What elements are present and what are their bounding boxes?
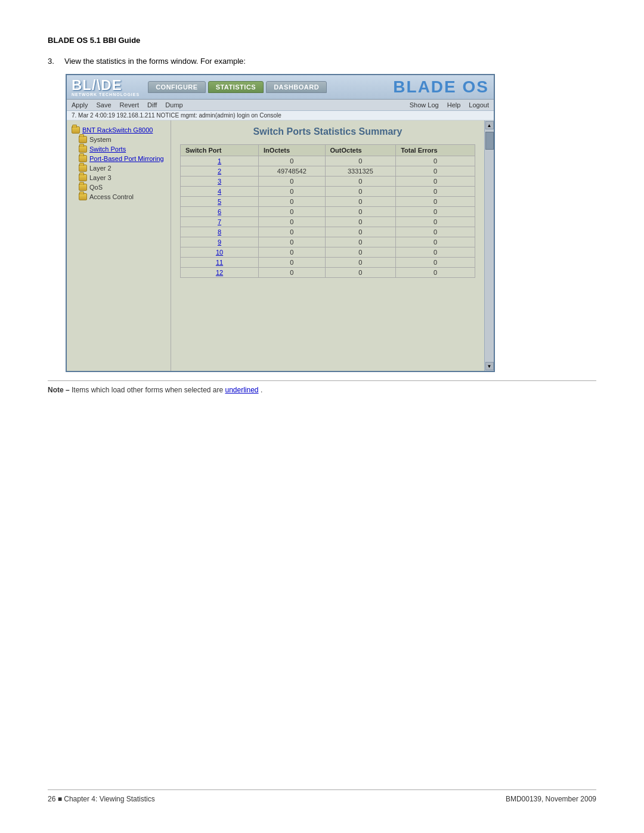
table-cell-port: 3: [181, 176, 259, 187]
status-bar: 7. Mar 2 4:00:19 192.168.1.211 NOTICE mg…: [67, 111, 494, 120]
table-cell-out: 0: [325, 258, 396, 268]
save-button[interactable]: Save: [97, 101, 112, 109]
show-log-button[interactable]: Show Log: [410, 101, 439, 109]
col-header-in: InOctets: [259, 145, 326, 156]
dump-button[interactable]: Dump: [165, 101, 182, 109]
port-link[interactable]: 10: [216, 249, 223, 256]
sidebar-item-port-mirroring[interactable]: Port-Based Port Mirroring: [67, 154, 171, 163]
folder-icon-port-mirroring: [79, 155, 87, 162]
sidebar-qos-label: QoS: [89, 184, 103, 191]
table-cell-errors: 0: [396, 207, 475, 217]
table-cell-errors: 0: [396, 166, 475, 176]
table-cell-out: 0: [325, 227, 396, 237]
sidebar-switch-ports-link[interactable]: Switch Ports: [89, 145, 126, 153]
page-header: BLADE OS 5.1 BBI Guide: [48, 36, 596, 45]
table-cell-errors: 0: [396, 176, 475, 187]
sidebar-item-layer2[interactable]: Layer 2: [67, 163, 171, 173]
table-row: 6000: [181, 207, 475, 217]
browser-window: BL/\DE NETWORK TECHNOLOGIES CONFIGURE ST…: [66, 74, 495, 372]
scrollbar-down-button[interactable]: ▼: [485, 362, 494, 370]
tab-dashboard[interactable]: DASHBOARD: [266, 81, 327, 93]
sidebar-item-qos[interactable]: QoS: [67, 182, 171, 192]
browser-main: BNT RackSwitch G8000 System Switch Ports…: [67, 120, 494, 371]
table-row: 9000: [181, 237, 475, 247]
blade-logo-text: BL/\DE: [72, 78, 140, 92]
table-cell-port: 2: [181, 166, 259, 176]
table-cell-out: 0: [325, 176, 396, 187]
divider-line: [48, 380, 596, 381]
sidebar-item-access-control[interactable]: Access Control: [67, 192, 171, 202]
sidebar-access-label: Access Control: [89, 193, 134, 200]
table-cell-out: 0: [325, 237, 396, 247]
sidebar-item-switch-ports[interactable]: Switch Ports: [67, 144, 171, 154]
port-link[interactable]: 9: [218, 239, 221, 246]
browser-topbar: BL/\DE NETWORK TECHNOLOGIES CONFIGURE ST…: [67, 75, 494, 100]
note-label: Note –: [48, 386, 70, 394]
table-row: 11000: [181, 258, 475, 268]
sidebar: BNT RackSwitch G8000 System Switch Ports…: [67, 120, 171, 371]
content-title: Switch Ports Statistics Summary: [180, 126, 475, 137]
sidebar-system-label: System: [89, 136, 112, 143]
table-cell-port: 9: [181, 237, 259, 247]
table-cell-in: 0: [259, 197, 326, 207]
port-link[interactable]: 12: [216, 269, 223, 276]
scrollbar-up-button[interactable]: ▲: [485, 121, 494, 129]
port-link[interactable]: 3: [218, 178, 221, 185]
table-cell-port: 5: [181, 197, 259, 207]
scrollbar: ▲ ▼: [484, 120, 494, 371]
folder-icon-access-control: [79, 193, 87, 200]
page-footer: 26 ■ Chapter 4: Viewing Statistics BMD00…: [48, 789, 596, 803]
note-underlined-link[interactable]: underlined: [225, 386, 259, 394]
port-link[interactable]: 6: [218, 208, 221, 215]
sidebar-item-layer3[interactable]: Layer 3: [67, 173, 171, 182]
table-cell-out: 0: [325, 268, 396, 278]
logout-button[interactable]: Logout: [469, 101, 489, 109]
port-link[interactable]: 4: [218, 188, 221, 195]
sidebar-item-root[interactable]: BNT RackSwitch G8000: [67, 125, 171, 135]
folder-icon-system: [79, 136, 87, 143]
port-link[interactable]: 1: [218, 157, 221, 165]
table-cell-port: 12: [181, 268, 259, 278]
apply-button[interactable]: Apply: [72, 101, 88, 109]
help-button[interactable]: Help: [447, 101, 461, 109]
blade-logo-subtext: NETWORK TECHNOLOGIES: [72, 92, 140, 97]
tab-configure[interactable]: CONFIGURE: [148, 81, 206, 93]
table-cell-errors: 0: [396, 197, 475, 207]
port-link[interactable]: 2: [218, 168, 221, 175]
sidebar-item-system[interactable]: System: [67, 135, 171, 144]
table-cell-port: 7: [181, 217, 259, 227]
sidebar-root-link[interactable]: BNT RackSwitch G8000: [82, 126, 153, 134]
scrollbar-thumb[interactable]: [485, 132, 494, 150]
note-line: Note – Items which load other forms when…: [48, 386, 596, 394]
port-link[interactable]: 8: [218, 228, 221, 236]
table-row: 4000: [181, 187, 475, 197]
tab-statistics[interactable]: STATISTICS: [208, 81, 264, 93]
table-cell-in: 0: [259, 227, 326, 237]
revert-button[interactable]: Revert: [120, 101, 139, 109]
toolbar: Apply Save Revert Diff Dump Show Log Hel…: [67, 100, 494, 111]
table-row: 1000: [181, 156, 475, 166]
table-cell-in: 0: [259, 247, 326, 258]
sidebar-port-mirroring-link[interactable]: Port-Based Port Mirroring: [89, 155, 164, 162]
table-cell-in: 0: [259, 258, 326, 268]
table-cell-in: 0: [259, 207, 326, 217]
diff-button[interactable]: Diff: [147, 101, 157, 109]
table-row: 12000: [181, 268, 475, 278]
table-cell-errors: 0: [396, 217, 475, 227]
table-row: 3000: [181, 176, 475, 187]
table-cell-errors: 0: [396, 156, 475, 166]
table-cell-errors: 0: [396, 268, 475, 278]
port-link[interactable]: 5: [218, 198, 221, 205]
table-cell-out: 0: [325, 197, 396, 207]
blade-logo: BL/\DE NETWORK TECHNOLOGIES: [72, 78, 140, 97]
port-link[interactable]: 11: [216, 259, 223, 266]
table-row: 7000: [181, 217, 475, 227]
folder-icon-layer2: [79, 165, 87, 172]
step-number: 3.: [48, 57, 60, 66]
table-row: 24974854233313250: [181, 166, 475, 176]
table-row: 5000: [181, 197, 475, 207]
table-cell-in: 0: [259, 217, 326, 227]
col-header-port: Switch Port: [181, 145, 259, 156]
port-link[interactable]: 7: [218, 218, 221, 225]
table-cell-port: 11: [181, 258, 259, 268]
